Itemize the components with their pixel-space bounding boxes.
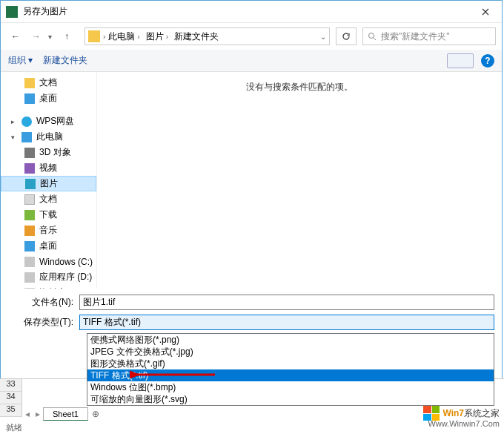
format-option[interactable]: Windows 位图(*.bmp) <box>87 381 494 393</box>
filetype-dropdown[interactable]: 便携式网络图形(*.png)JPEG 文件交换格式(*.jpg)图形交换格式(*… <box>87 333 494 406</box>
toolbar: 组织 ▾ 新建文件夹 ? <box>1 50 502 72</box>
watermark: Win7系统之家 Www.Winwin7.Com <box>423 406 500 421</box>
help-button[interactable]: ? <box>481 54 494 68</box>
filetype-select[interactable]: TIFF 格式(*.tif) <box>79 315 494 330</box>
save-as-dialog: 另存为图片 ← → ▾ ↑ › 此电脑› 图片› 新建文件夹 ⌄ 搜索"新建文件… <box>0 0 503 401</box>
tab-prev[interactable]: ◂ <box>22 409 33 419</box>
titlebar: 另存为图片 <box>1 1 502 23</box>
desktop-icon <box>24 241 35 251</box>
row-header[interactable]: 34 <box>0 392 22 404</box>
tree-item-video[interactable]: 视频 <box>1 160 96 176</box>
music-icon <box>24 226 35 236</box>
search-input[interactable]: 搜索"新建文件夹" <box>362 27 496 45</box>
sheet-tab[interactable]: Sheet1 <box>43 407 88 421</box>
doc-icon <box>24 194 35 205</box>
path-bar[interactable]: › 此电脑› 图片› 新建文件夹 ⌄ <box>84 27 330 45</box>
desktop-icon <box>24 93 35 104</box>
tree-item-music[interactable]: 音乐 <box>1 223 96 238</box>
dialog-title: 另存为图片 <box>23 5 468 18</box>
empty-message: 没有与搜索条件匹配的项。 <box>246 81 353 93</box>
tree-item-down[interactable]: 下载 <box>1 207 96 223</box>
forward-button[interactable]: → <box>27 27 45 45</box>
drive-icon <box>24 288 35 289</box>
save-fields: 文件名(N): 图片1.tif 保存类型(T): TIFF 格式(*.tif) <box>1 289 502 330</box>
path-dropdown[interactable]: ⌄ <box>320 33 326 41</box>
format-option[interactable]: 便携式网络图形(*.png) <box>87 334 494 346</box>
svg-point-0 <box>369 33 374 39</box>
tab-next[interactable]: ▸ <box>33 409 43 419</box>
tree-item-obj3d[interactable]: 3D 对象 <box>1 145 96 160</box>
close-button[interactable] <box>468 1 502 22</box>
cloud-icon <box>21 116 32 127</box>
file-list: 没有与搜索条件匹配的项。 <box>97 72 502 289</box>
tree-item-doc[interactable]: 文档 <box>1 191 96 207</box>
new-folder-button[interactable]: 新建文件夹 <box>43 54 87 67</box>
tree-item-pic[interactable]: 图片 <box>1 176 96 191</box>
folder-tree[interactable]: 文档桌面▸WPS网盘▾此电脑3D 对象视频图片文档下载音乐桌面Windows (… <box>1 72 97 289</box>
tree-item-cloud[interactable]: ▸WPS网盘 <box>1 114 96 129</box>
filename-label: 文件名(N): <box>8 296 79 309</box>
down-icon <box>24 210 35 220</box>
tree-item-drive[interactable]: Windows (C:) <box>1 254 96 269</box>
filename-input[interactable]: 图片1.tif <box>79 295 494 310</box>
folder-icon <box>24 78 35 88</box>
format-option[interactable]: TIFF 格式(*.tif) <box>87 369 494 381</box>
path-seg[interactable]: 新建文件夹 <box>171 30 222 43</box>
row-header[interactable]: 35 <box>0 404 22 417</box>
video-icon <box>24 163 35 174</box>
up-button[interactable]: ↑ <box>58 27 76 45</box>
row-headers: 333435 <box>0 379 22 417</box>
format-option[interactable]: JPEG 文件交换格式(*.jpg) <box>87 346 494 358</box>
filetype-label: 保存类型(T): <box>8 316 79 329</box>
back-button[interactable]: ← <box>7 27 24 45</box>
tree-item-pc[interactable]: ▾此电脑 <box>1 129 96 145</box>
path-root[interactable]: 此电脑› <box>105 30 142 43</box>
search-icon <box>368 32 377 41</box>
obj3d-icon <box>24 148 35 158</box>
pic-icon <box>25 179 36 189</box>
path-seg[interactable]: 图片› <box>143 30 171 43</box>
windows-flag-icon <box>423 406 440 421</box>
view-options[interactable] <box>447 53 474 68</box>
status-bar: 就绪 <box>6 422 22 433</box>
format-option[interactable]: 图形交换格式(*.gif) <box>87 358 494 369</box>
tree-item-desktop[interactable]: 桌面 <box>1 238 96 254</box>
history-dropdown[interactable]: ▾ <box>48 33 52 41</box>
tree-item-drive[interactable]: 资料库 (E:) <box>1 285 96 289</box>
nav-bar: ← → ▾ ↑ › 此电脑› 图片› 新建文件夹 ⌄ 搜索"新建文件夹" <box>1 23 502 50</box>
format-option[interactable]: 可缩放的向量图形(*.svg) <box>87 393 494 405</box>
refresh-button[interactable] <box>336 27 357 45</box>
pc-icon <box>21 132 32 142</box>
add-sheet-button[interactable]: ⊕ <box>88 409 103 419</box>
drive-icon <box>24 272 35 283</box>
folder-icon <box>88 30 100 42</box>
sheet-tabs: ◂ ▸ Sheet1 ⊕ <box>22 407 103 421</box>
tree-item-folder[interactable]: 文档 <box>1 75 96 91</box>
organize-button[interactable]: 组织 ▾ <box>8 54 33 67</box>
drive-icon <box>24 257 35 267</box>
tree-item-desktop[interactable]: 桌面 <box>1 91 96 106</box>
row-header[interactable]: 33 <box>0 379 22 392</box>
app-icon <box>6 6 18 18</box>
tree-item-drive[interactable]: 应用程序 (D:) <box>1 269 96 285</box>
